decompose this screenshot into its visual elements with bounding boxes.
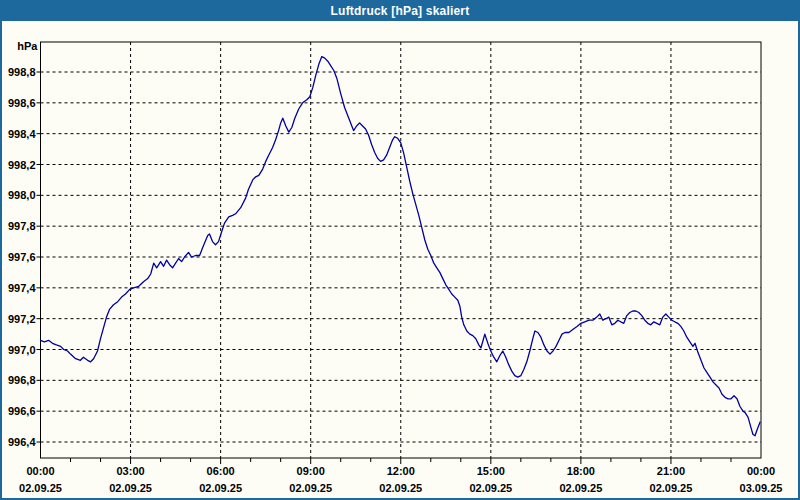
x-tick-time-label: 15:00: [477, 465, 505, 477]
y-tick-label: 997,6: [8, 251, 36, 263]
x-tick-time-label: 21:00: [657, 465, 685, 477]
chart-window: Luftdruck [hPa] skaliert 998,8998,6998,4…: [0, 0, 800, 500]
y-tick-label: 998,4: [8, 128, 36, 140]
y-tick-label: 997,2: [8, 313, 36, 325]
y-tick-label: 996,6: [8, 405, 36, 417]
x-tick-date-label: 02.09.25: [109, 482, 152, 494]
y-axis-unit-label: hPa: [17, 40, 38, 52]
x-tick-date-label: 02.09.25: [650, 482, 693, 494]
title-bar: Luftdruck [hPa] skaliert: [0, 0, 800, 21]
x-tick-date-label: 02.09.25: [19, 482, 62, 494]
x-tick-date-label: 03.09.25: [740, 482, 783, 494]
x-tick-date-label: 02.09.25: [469, 482, 512, 494]
y-tick-label: 996,4: [8, 436, 36, 448]
x-tick-date-label: 02.09.25: [289, 482, 332, 494]
pressure-chart: 998,8998,6998,4998,2998,0997,8997,6997,4…: [0, 21, 800, 500]
x-tick-time-label: 03:00: [116, 465, 144, 477]
x-tick-time-label: 09:00: [297, 465, 325, 477]
x-tick-time-label: 00:00: [26, 465, 54, 477]
y-tick-label: 998,0: [8, 189, 36, 201]
y-tick-label: 997,4: [8, 282, 36, 294]
y-tick-label: 996,8: [8, 374, 36, 386]
x-tick-date-label: 02.09.25: [199, 482, 242, 494]
y-tick-label: 998,6: [8, 97, 36, 109]
y-tick-label: 997,8: [8, 220, 36, 232]
x-tick-date-label: 02.09.25: [379, 482, 422, 494]
y-tick-label: 997,0: [8, 344, 36, 356]
window-title: Luftdruck [hPa] skaliert: [331, 4, 470, 18]
x-tick-date-label: 02.09.25: [559, 482, 602, 494]
y-tick-label: 998,2: [8, 159, 36, 171]
x-tick-time-label: 18:00: [567, 465, 595, 477]
x-tick-time-label: 00:00: [747, 465, 775, 477]
y-tick-label: 998,8: [8, 66, 36, 78]
x-tick-time-label: 06:00: [207, 465, 235, 477]
x-tick-time-label: 12:00: [387, 465, 415, 477]
